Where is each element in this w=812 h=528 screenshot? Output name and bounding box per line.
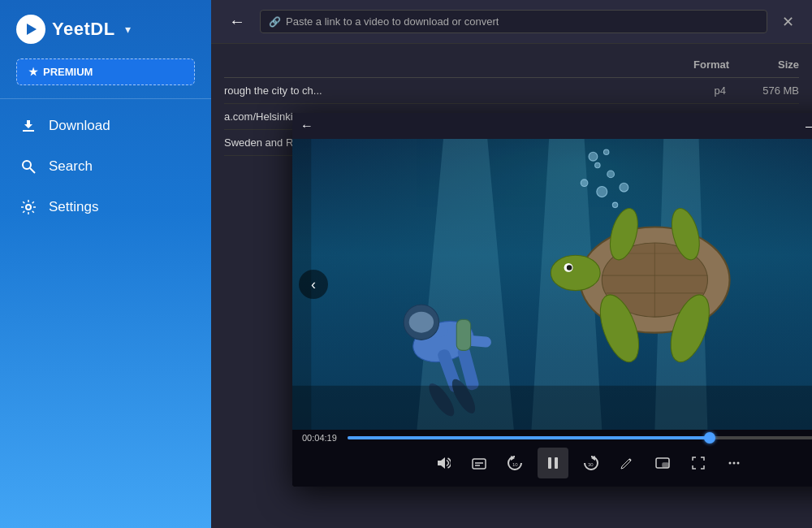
svg-rect-49	[548, 457, 551, 469]
fullscreen-button[interactable]	[685, 450, 711, 476]
svg-point-11	[589, 152, 598, 161]
svg-point-1	[23, 161, 31, 169]
download-label: Download	[49, 118, 110, 134]
svg-point-12	[612, 202, 618, 208]
svg-marker-0	[27, 24, 37, 35]
sidebar-item-settings[interactable]: Settings	[0, 187, 211, 227]
svg-text:10: 10	[512, 462, 518, 467]
progress-fill	[348, 436, 710, 439]
controls-row: 10	[302, 446, 812, 480]
player-titlebar: ← — □ ✕	[292, 113, 812, 139]
skip-back-button[interactable]: 10	[502, 450, 528, 476]
row-format: p4	[693, 84, 726, 97]
search-label: Search	[49, 158, 93, 175]
main-content: ← 🔗 Paste a link to a video to download …	[211, 0, 812, 528]
svg-rect-40	[292, 386, 812, 430]
logo-text: YeetDL	[52, 19, 115, 40]
sidebar-logo: YeetDL ▾	[0, 0, 211, 58]
app-window: YeetDL ▾ ★ PREMIUM Download Search	[0, 0, 812, 528]
svg-point-14	[595, 162, 601, 168]
download-icon	[19, 117, 37, 135]
format-header: Format	[693, 58, 726, 71]
svg-rect-44	[473, 459, 486, 469]
svg-point-23	[551, 255, 600, 290]
svg-point-57	[737, 462, 740, 465]
back-button[interactable]: ←	[224, 11, 250, 32]
close-button[interactable]: ✕	[777, 11, 799, 32]
content-area: Format Size rough the city to ch... p4 5…	[211, 44, 812, 528]
skip-forward-button[interactable]: 30	[578, 450, 604, 476]
minimize-button[interactable]: —	[801, 118, 812, 134]
progress-bar-container: 00:04:19 00:02:21	[302, 433, 812, 443]
svg-line-2	[30, 168, 35, 173]
svg-point-3	[26, 205, 31, 210]
video-background: ‹ ›	[292, 139, 812, 430]
settings-label: Settings	[49, 199, 98, 215]
pip-button[interactable]	[650, 450, 676, 476]
url-bar[interactable]: 🔗 Paste a link to a video to download or…	[260, 10, 767, 33]
premium-badge[interactable]: ★ PREMIUM	[16, 58, 195, 85]
size-header: Size	[742, 58, 799, 71]
svg-rect-39	[456, 319, 470, 350]
video-area: ‹ ›	[292, 139, 812, 430]
svg-point-38	[409, 312, 434, 333]
star-icon: ★	[28, 66, 38, 78]
premium-label: PREMIUM	[43, 66, 93, 78]
svg-rect-54	[663, 463, 668, 467]
search-icon	[19, 158, 37, 175]
svg-point-9	[597, 187, 607, 197]
table-row[interactable]: rough the city to ch... p4 576 MB	[224, 78, 799, 104]
svg-point-25	[567, 265, 572, 270]
url-hint-text: Paste a link to a video to download or c…	[286, 15, 499, 28]
play-pause-button[interactable]	[538, 448, 568, 478]
sidebar: YeetDL ▾ ★ PREMIUM Download Search	[0, 0, 211, 528]
media-player: ← — □ ✕	[292, 113, 812, 487]
svg-point-10	[607, 171, 615, 178]
subtitles-button[interactable]	[466, 450, 492, 476]
time-elapsed: 00:04:19	[302, 433, 341, 443]
logo-dropdown-icon[interactable]: ▾	[125, 23, 131, 36]
svg-point-13	[581, 180, 588, 187]
svg-text:30: 30	[588, 462, 594, 467]
progress-thumb[interactable]	[704, 432, 715, 444]
window-controls: — □ ✕	[801, 118, 812, 134]
settings-icon	[19, 198, 37, 216]
svg-point-16	[603, 149, 609, 155]
underwater-scene	[292, 139, 812, 430]
logo-icon	[16, 15, 45, 44]
svg-rect-50	[555, 457, 558, 469]
sidebar-item-search[interactable]: Search	[0, 146, 211, 187]
player-controls: 00:04:19 00:02:21	[292, 430, 812, 487]
sidebar-divider	[0, 98, 211, 99]
annotate-button[interactable]	[614, 450, 640, 476]
row-size: 576 MB	[742, 84, 799, 97]
link-icon: 🔗	[269, 16, 281, 28]
sidebar-item-download[interactable]: Download	[0, 106, 211, 146]
more-button[interactable]	[721, 450, 747, 476]
svg-point-56	[733, 462, 736, 465]
player-back-button[interactable]: ←	[300, 119, 313, 133]
table-header: Format Size	[224, 52, 799, 78]
volume-button[interactable]	[430, 450, 456, 476]
svg-marker-43	[438, 457, 445, 469]
row-title: rough the city to ch...	[224, 84, 677, 97]
prev-arrow[interactable]: ‹	[299, 270, 328, 299]
top-bar: ← 🔗 Paste a link to a video to download …	[211, 0, 812, 44]
progress-track[interactable]	[348, 436, 812, 439]
svg-point-15	[620, 183, 628, 192]
svg-point-55	[729, 462, 732, 465]
